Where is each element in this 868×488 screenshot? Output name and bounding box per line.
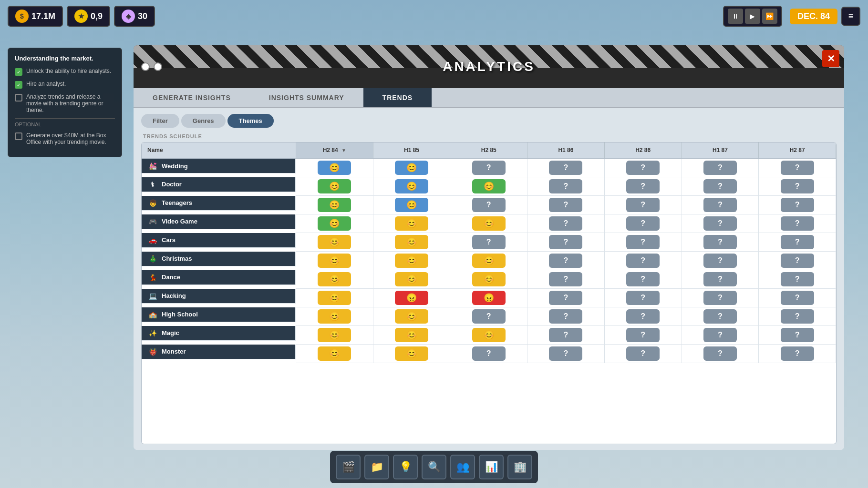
mood-happy-yellow-btn[interactable]: 😊 — [318, 235, 351, 249]
mood-unknown-btn[interactable]: ? — [549, 216, 582, 231]
mood-happy-yellow-btn[interactable]: 😊 — [472, 328, 506, 342]
mood-happy-yellow-btn[interactable]: 😊 — [395, 328, 428, 342]
mood-unknown-btn[interactable]: ? — [626, 346, 660, 361]
mood-happy-green-btn[interactable]: 😊 — [318, 198, 351, 212]
mood-happy-yellow-btn[interactable]: 😊 — [472, 272, 506, 286]
mood-unknown-btn[interactable]: ? — [626, 272, 660, 286]
mood-unknown-btn[interactable]: ? — [703, 235, 737, 249]
mood-unknown-btn[interactable]: ? — [549, 291, 582, 305]
mood-happy-yellow-btn[interactable]: 😊 — [472, 254, 506, 268]
mood-happy-yellow-btn[interactable]: 😊 — [395, 309, 428, 324]
mood-unknown-btn[interactable]: ? — [549, 309, 582, 324]
mood-unknown-btn[interactable]: ? — [626, 179, 660, 193]
mood-unknown-btn[interactable]: ? — [549, 328, 582, 342]
tab-trends[interactable]: TRENDS — [363, 88, 432, 107]
optional-divider: OPTIONAL — [15, 118, 115, 127]
mood-sad-red-btn[interactable]: 😠 — [472, 291, 506, 305]
mood-unknown-btn[interactable]: ? — [549, 272, 582, 286]
mood-unknown-btn[interactable]: ? — [781, 346, 814, 361]
mood-unknown-btn[interactable]: ? — [472, 309, 506, 324]
sub-tab-themes[interactable]: Themes — [227, 114, 274, 128]
tab-insights-summary[interactable]: INSIGHTS SUMMARY — [250, 88, 363, 107]
mood-unknown-btn[interactable]: ? — [703, 198, 737, 212]
mood-happy-yellow-btn[interactable]: 😊 — [395, 235, 428, 249]
mood-unknown-btn[interactable]: ? — [703, 272, 737, 286]
mood-happy-yellow-btn[interactable]: 😊 — [318, 309, 351, 324]
mood-unknown-btn[interactable]: ? — [626, 216, 660, 231]
trends-table-wrapper[interactable]: Name H2 84 ▼ H1 85 H2 85 H1 86 H2 86 H1 … — [141, 142, 837, 444]
mood-happy-yellow-btn[interactable]: 😊 — [472, 216, 506, 231]
sub-tab-filter[interactable]: Filter — [141, 114, 179, 128]
mood-unknown-btn[interactable]: ? — [703, 161, 737, 175]
mood-happy-yellow-btn[interactable]: 😊 — [318, 328, 351, 342]
mood-happy-green-btn[interactable]: 😊 — [472, 179, 506, 193]
mood-unknown-btn[interactable]: ? — [626, 328, 660, 342]
table-row: 👹Monster😊😊????? — [142, 345, 836, 363]
mood-happy-yellow-btn[interactable]: 😊 — [395, 254, 428, 268]
mood-unknown-btn[interactable]: ? — [626, 161, 660, 175]
mood-unknown-btn[interactable]: ? — [781, 291, 814, 305]
toolbar-insights-button[interactable]: 💡 — [393, 455, 418, 479]
play-button[interactable]: ▶ — [745, 9, 760, 24]
mood-unknown-btn[interactable]: ? — [472, 198, 506, 212]
sub-tab-genres[interactable]: Genres — [181, 114, 226, 128]
pause-button[interactable]: ⏸ — [728, 9, 743, 24]
mood-unknown-btn[interactable]: ? — [549, 235, 582, 249]
mood-happy-yellow-btn[interactable]: 😊 — [318, 346, 351, 361]
toolbar-staff-button[interactable]: 👥 — [450, 455, 475, 479]
theme-icon: 💻 — [147, 291, 158, 301]
mood-unknown-btn[interactable]: ? — [472, 235, 506, 249]
mood-happy-blue-btn[interactable]: 😊 — [318, 161, 351, 175]
mood-unknown-btn[interactable]: ? — [703, 254, 737, 268]
mood-happy-blue-btn[interactable]: 😊 — [395, 179, 428, 193]
toolbar-movies-button[interactable]: 🎬 — [336, 455, 361, 479]
mood-unknown-btn[interactable]: ? — [703, 328, 737, 342]
stars-value: 0,9 — [91, 11, 103, 21]
mood-unknown-btn[interactable]: ? — [549, 198, 582, 212]
mood-happy-blue-btn[interactable]: 😊 — [395, 198, 428, 212]
mood-unknown-btn[interactable]: ? — [626, 309, 660, 324]
mood-unknown-btn[interactable]: ? — [781, 198, 814, 212]
mood-unknown-btn[interactable]: ? — [781, 179, 814, 193]
mood-unknown-btn[interactable]: ? — [703, 309, 737, 324]
mood-unknown-btn[interactable]: ? — [626, 254, 660, 268]
toolbar-search-button[interactable]: 🔍 — [422, 455, 446, 479]
mood-unknown-btn[interactable]: ? — [703, 291, 737, 305]
mood-unknown-btn[interactable]: ? — [703, 346, 737, 361]
mood-unknown-btn[interactable]: ? — [781, 272, 814, 286]
mood-happy-yellow-btn[interactable]: 😊 — [395, 346, 428, 361]
mood-unknown-btn[interactable]: ? — [781, 254, 814, 268]
mood-sad-red-btn[interactable]: 😠 — [395, 291, 428, 305]
tab-generate-insights[interactable]: GENERATE INSIGHTS — [134, 88, 250, 107]
mood-unknown-btn[interactable]: ? — [472, 161, 506, 175]
mood-unknown-btn[interactable]: ? — [626, 235, 660, 249]
mood-unknown-btn[interactable]: ? — [781, 309, 814, 324]
mood-happy-yellow-btn[interactable]: 😊 — [395, 216, 428, 231]
mood-unknown-btn[interactable]: ? — [703, 216, 737, 231]
mood-unknown-btn[interactable]: ? — [781, 216, 814, 231]
close-button[interactable]: ✕ — [822, 50, 839, 67]
mood-unknown-btn[interactable]: ? — [626, 291, 660, 305]
mood-unknown-btn[interactable]: ? — [781, 161, 814, 175]
mood-unknown-btn[interactable]: ? — [781, 328, 814, 342]
mood-happy-yellow-btn[interactable]: 😊 — [395, 272, 428, 286]
mood-happy-yellow-btn[interactable]: 😊 — [318, 291, 351, 305]
mood-unknown-btn[interactable]: ? — [626, 198, 660, 212]
mood-happy-green-btn[interactable]: 😊 — [318, 179, 351, 193]
mood-unknown-btn[interactable]: ? — [781, 235, 814, 249]
mood-unknown-btn[interactable]: ? — [703, 179, 737, 193]
mood-unknown-btn[interactable]: ? — [549, 161, 582, 175]
menu-button[interactable]: ≡ — [841, 7, 860, 26]
toolbar-building-button[interactable]: 🏢 — [507, 455, 532, 479]
mood-happy-yellow-btn[interactable]: 😊 — [318, 272, 351, 286]
toolbar-files-button[interactable]: 📁 — [364, 455, 389, 479]
toolbar-charts-button[interactable]: 📊 — [479, 455, 504, 479]
mood-unknown-btn[interactable]: ? — [549, 179, 582, 193]
fast-forward-button[interactable]: ⏩ — [762, 9, 777, 24]
mood-unknown-btn[interactable]: ? — [549, 254, 582, 268]
mood-happy-yellow-btn[interactable]: 😊 — [318, 254, 351, 268]
mood-unknown-btn[interactable]: ? — [549, 346, 582, 361]
mood-happy-blue-btn[interactable]: 😊 — [395, 161, 428, 175]
mood-happy-green-btn[interactable]: 😊 — [318, 216, 351, 231]
mood-unknown-btn[interactable]: ? — [472, 346, 506, 361]
